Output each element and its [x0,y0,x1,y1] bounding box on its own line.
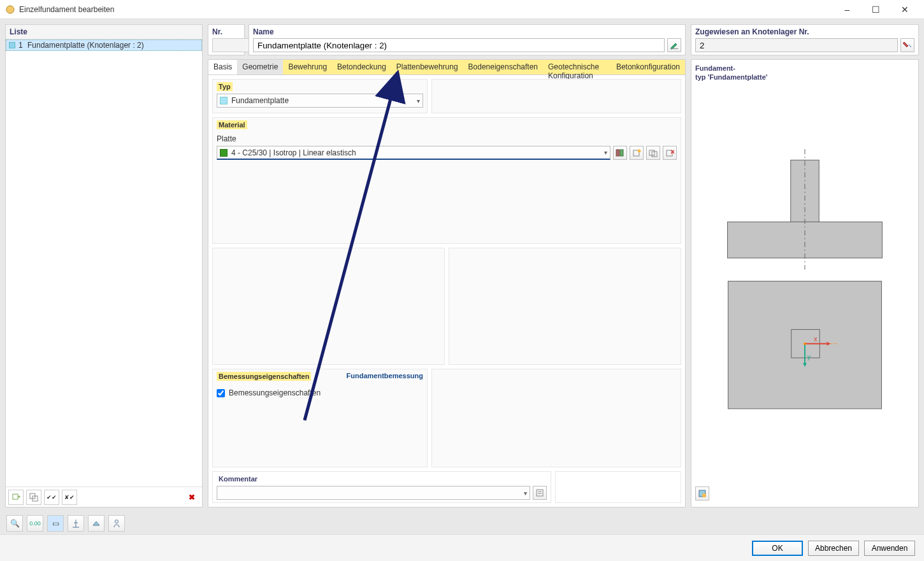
tab-geotechnische-konfiguration[interactable]: Geotechnische Konfiguration [543,60,611,75]
svg-text:x: x [814,335,817,342]
svg-point-22 [804,342,806,344]
platte-value: 4 - C25/30 | Isotrop | Linear elastisch [231,148,600,157]
material-label: Material [217,120,247,129]
comment-block: Kommentar ▾ [212,471,551,503]
comment-input[interactable]: ▾ [217,486,530,500]
material-new-button[interactable] [630,146,644,160]
minimize-button[interactable]: – [833,1,862,18]
preview-toolbar [695,486,914,503]
cancel-button[interactable]: Abbrechen [808,541,859,556]
maximize-button[interactable]: ☐ [862,1,890,18]
close-button[interactable]: ✕ [890,1,919,18]
list-item-swatch-icon [9,42,15,48]
tabbar: BasisGeometrieBewehrungBetondeckungPlatt… [208,60,685,75]
svg-rect-6 [620,150,623,156]
list-item[interactable]: 1 Fundamentplatte (Knotenlager : 2) [6,39,202,51]
typ-label: Typ [217,82,233,91]
right-panel: Zugewiesen an Knotenlager Nr. Fundament-… [691,24,919,508]
material-library-button[interactable] [613,146,627,160]
tab-bodeneigenschaften[interactable]: Bodeneigenschaften [463,60,543,75]
chevron-down-icon: ▾ [600,149,607,156]
empty-block-5 [555,471,681,503]
platte-label: Platte [217,134,677,143]
design-link[interactable]: Fundamentbemessung [347,372,423,380]
svg-rect-5 [616,150,619,156]
tool-search-icon[interactable]: 🔍 [6,515,23,532]
svg-rect-12 [537,490,543,496]
name-field-box: Name [249,24,686,55]
material-copy-button[interactable] [646,146,660,160]
svg-rect-4 [670,48,678,49]
uncheck-button[interactable]: ✘✔ [62,490,77,505]
typ-select[interactable]: Fundamentplatte ▾ [217,94,423,108]
tab-plattenbewehrung[interactable]: Plattenbewehrung [391,60,463,75]
svg-point-28 [115,520,119,523]
material-color-icon [220,149,227,157]
preview-canvas[interactable]: x y [695,86,914,484]
design-checkbox[interactable] [217,389,225,397]
rename-button[interactable] [667,38,681,52]
tab-basis[interactable]: Basis [208,60,237,75]
list-header: Liste [6,25,202,39]
tab-betonkonfiguration[interactable]: Betonkonfiguration [611,60,685,75]
material-delete-button[interactable] [663,146,677,160]
bottom-toolbar: 🔍 0.00 ▭ [0,513,924,534]
tool-person-icon[interactable] [108,515,125,532]
chevron-down-icon: ▾ [413,97,420,104]
check-button[interactable]: ✔✔ [44,490,59,505]
new-entry-button[interactable] [8,490,24,505]
tool-units-icon[interactable]: 0.00 [27,515,43,532]
list-panel: Liste 1 Fundamentplatte (Knotenlager : 2… [5,24,203,508]
ok-button[interactable]: OK [752,541,803,556]
tool-view-icon[interactable]: ▭ [47,515,64,532]
titlebar: Einzelfundament bearbeiten – ☐ ✕ [0,0,924,19]
tool-structure-icon[interactable] [68,515,84,532]
empty-block-1 [431,79,681,113]
typ-block: Typ Fundamentplatte ▾ [212,79,428,113]
svg-point-0 [6,6,14,13]
copy-entry-button[interactable] [26,490,41,505]
empty-block-2 [212,248,445,366]
svg-point-8 [638,150,641,153]
preview-settings-button[interactable] [695,486,709,501]
comment-label: Kommentar [217,474,547,483]
chevron-down-icon: ▾ [520,490,527,497]
design-properties-label: Bemessungseigenschaften [217,372,311,381]
tool-render-icon[interactable] [88,515,105,532]
design-checkbox-label: Bemessungseigenschaften [229,388,321,397]
svg-rect-1 [13,494,18,499]
empty-block-3 [449,248,681,366]
comment-edit-button[interactable] [533,486,547,500]
list-toolbar: ✔✔ ✘✔ ✖ [6,486,202,507]
name-label: Name [253,27,681,36]
tab-panel: BasisGeometrieBewehrungBetondeckungPlatt… [208,59,686,508]
tab-betondeckung[interactable]: Betondeckung [332,60,391,75]
tab-bewehrung[interactable]: Bewehrung [283,60,332,75]
design-properties-block: Bemessungseigenschaften Fundamentbemessu… [212,369,428,467]
list-item-text: Fundamentplatte (Knotenlager : 2) [27,41,144,50]
empty-block-4 [431,369,681,467]
dialog-button-row: OK Abbrechen Anwenden [0,534,924,561]
material-block: Material Platte 4 - C25/30 | Isotrop | L… [212,117,681,244]
name-input[interactable] [253,38,665,52]
nr-label: Nr. [212,27,240,36]
assigned-pick-button[interactable] [900,38,914,52]
main-area: Nr. Name BasisGeometrieBewehrungBetondec… [208,24,686,508]
tab-content: Typ Fundamentplatte ▾ Material Platte [208,75,685,507]
window-title: Einzelfundament bearbeiten [19,5,833,14]
delete-button[interactable]: ✖ [184,490,199,505]
list-body: 1 Fundamentplatte (Knotenlager : 2) [6,39,202,486]
assigned-input[interactable] [695,38,898,52]
platte-select[interactable]: 4 - C25/30 | Isotrop | Linear elastisch … [217,146,610,160]
assigned-box: Zugewiesen an Knotenlager Nr. [691,24,919,55]
svg-point-27 [702,494,706,497]
assigned-label: Zugewiesen an Knotenlager Nr. [695,27,914,36]
apply-button[interactable]: Anwenden [864,541,915,556]
design-checkbox-row[interactable]: Bemessungseigenschaften [217,388,423,397]
app-icon [5,4,15,15]
tab-geometrie[interactable]: Geometrie [237,60,283,75]
preview-box: Fundament- typ 'Fundamentplatte' [691,59,919,508]
preview-title: Fundament- typ 'Fundamentplatte' [695,64,914,82]
typ-swatch-icon [220,97,227,104]
list-item-nr: 1 [18,41,27,50]
